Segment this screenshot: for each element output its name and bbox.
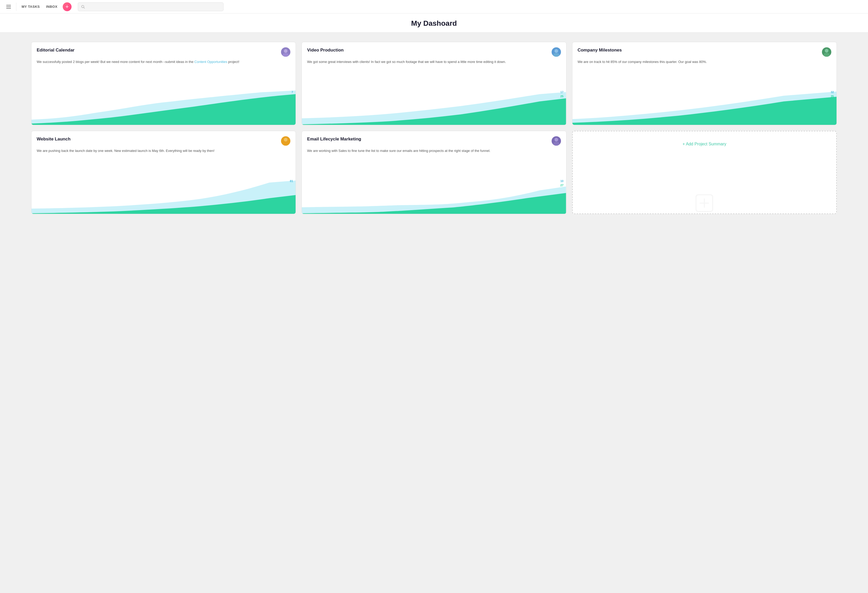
chart-bottom-number: 25 — [560, 95, 563, 98]
svg-point-10 — [555, 138, 558, 142]
main-content: Editorial Calendar We successfully poste… — [0, 32, 868, 223]
chart-bottom-number: 27 — [560, 184, 563, 187]
my-tasks-link[interactable]: MY TASKS — [21, 4, 41, 10]
avatar — [281, 47, 290, 57]
card-company-milestones: Company Milestones We are on track to hi… — [572, 42, 837, 125]
card-title: Company Milestones — [578, 47, 622, 53]
card-website-launch: Website Launch We are pushing back the l… — [31, 131, 296, 214]
svg-line-1 — [84, 7, 84, 8]
nav-divider — [16, 3, 16, 11]
svg-point-4 — [555, 49, 558, 53]
search-bar[interactable] — [78, 2, 223, 11]
svg-point-2 — [284, 49, 288, 53]
card-editorial-calendar: Editorial Calendar We successfully poste… — [31, 42, 296, 125]
chart-top-number: 81 — [290, 180, 293, 183]
svg-point-5 — [553, 53, 559, 57]
card-email-lifecycle: Email Lifecycle Marketing We are working… — [301, 131, 566, 214]
card-chart: 7 37 — [31, 89, 295, 125]
search-icon — [81, 5, 85, 9]
avatar — [281, 136, 290, 146]
chart-top-number: 32 — [831, 90, 834, 94]
svg-point-6 — [825, 49, 828, 53]
chart-top-number: 17 — [560, 90, 563, 94]
chart-top-number: 7 — [291, 90, 293, 94]
search-input[interactable] — [87, 5, 220, 9]
avatar — [552, 136, 561, 146]
svg-point-3 — [283, 53, 289, 57]
card-title: Website Launch — [37, 136, 71, 142]
hamburger-menu[interactable] — [5, 4, 12, 10]
card-header: Video Production — [302, 42, 566, 59]
card-header: Website Launch — [31, 131, 295, 148]
chart-bottom-number: 22 — [290, 206, 293, 209]
card-body: We are on track to hit 85% of our compan… — [573, 59, 837, 89]
page-title: My Dashoard — [0, 19, 868, 28]
avatar — [822, 47, 831, 57]
svg-point-9 — [283, 142, 289, 146]
inbox-link[interactable]: INBOX — [45, 4, 59, 10]
card-title: Editorial Calendar — [37, 47, 74, 53]
card-chart: 32 35 — [573, 89, 837, 125]
page-title-area: My Dashoard — [0, 13, 868, 32]
card-video-production: Video Production We got some great inter… — [301, 42, 566, 125]
card-header: Editorial Calendar — [31, 42, 295, 59]
card-body: We are working with Sales to fine tune t… — [302, 148, 566, 177]
svg-point-8 — [284, 138, 288, 142]
avatar — [552, 47, 561, 57]
card-chart: 17 25 — [302, 89, 566, 125]
add-project-ghost-icon — [694, 193, 715, 214]
card-body: We got some great interviews with client… — [302, 59, 566, 89]
chart-bottom-number: 35 — [831, 95, 834, 98]
card-chart: 10 27 — [302, 177, 566, 214]
svg-point-11 — [553, 142, 559, 146]
chart-bottom-number: 37 — [290, 95, 293, 98]
card-title: Email Lifecycle Marketing — [307, 136, 361, 142]
content-opportunities-link[interactable]: Content Opportunities — [194, 60, 227, 64]
add-project-label[interactable]: + Add Project Summary — [682, 142, 726, 146]
card-body: We successfully posted 2 blogs per week!… — [31, 59, 295, 89]
top-navigation: MY TASKS INBOX + — [0, 0, 868, 13]
cards-grid: Editorial Calendar We successfully poste… — [31, 42, 837, 214]
add-project-card[interactable]: + Add Project Summary — [572, 131, 837, 214]
svg-point-7 — [824, 53, 830, 57]
card-body: We are pushing back the launch date by o… — [31, 148, 295, 177]
add-button[interactable]: + — [63, 2, 72, 11]
card-chart: 81 22 — [31, 177, 295, 214]
chart-top-number: 10 — [560, 180, 563, 183]
card-title: Video Production — [307, 47, 344, 53]
card-header: Email Lifecycle Marketing — [302, 131, 566, 148]
card-header: Company Milestones — [573, 42, 837, 59]
